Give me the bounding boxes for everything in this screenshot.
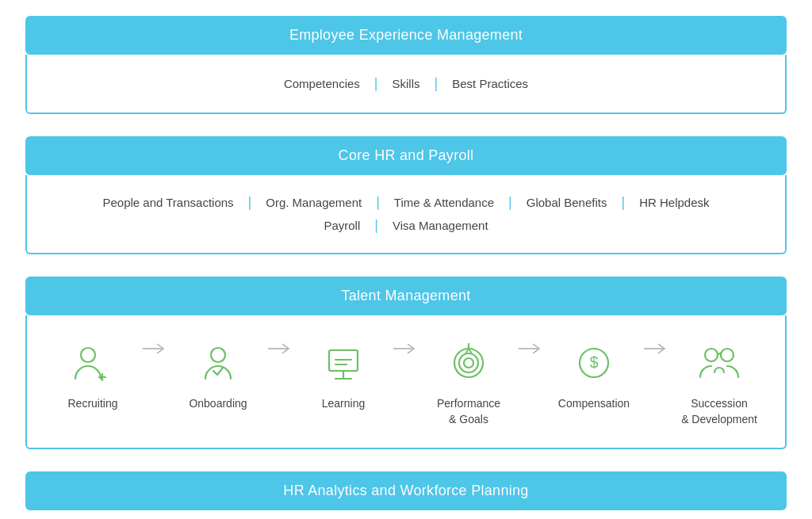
svg-point-20: [705, 349, 718, 361]
people-transactions-item: People and Transactions: [102, 196, 233, 209]
compensation-icon: $: [569, 338, 619, 388]
talent-item-learning: Learning: [293, 338, 393, 412]
separator-4: |: [376, 194, 380, 211]
succession-label: Succession& Development: [681, 396, 757, 427]
employee-experience-content: Competencies | Skills | Best Practices: [25, 55, 787, 114]
learning-icon: [318, 338, 369, 388]
best-practices-item: Best Practices: [452, 77, 528, 90]
separator-1: |: [374, 75, 378, 92]
recruiting-icon: [67, 338, 118, 388]
separator-5: |: [508, 194, 512, 211]
talent-management-header: Talent Management: [25, 277, 787, 315]
visa-management-item: Visa Management: [393, 219, 488, 232]
recruiting-label: Recruiting: [67, 396, 117, 412]
time-attendance-item: Time & Attendance: [394, 196, 494, 209]
payroll-item: Payroll: [324, 219, 360, 232]
talent-management-content: Recruiting Onboarding: [25, 315, 787, 449]
talent-item-succession: Succession& Development: [669, 338, 769, 427]
core-hr-row2: Payroll | Visa Management: [43, 214, 769, 239]
svg-point-0: [81, 348, 95, 362]
separator-2: |: [435, 75, 439, 92]
hr-analytics-header: HR Analytics and Workforce Planning: [25, 471, 787, 510]
global-benefits-item: Global Benefits: [527, 196, 607, 209]
hr-analytics-section: HR Analytics and Workforce Planning: [25, 471, 787, 519]
hr-helpdesk-item: HR Helpdesk: [639, 196, 709, 209]
learning-label: Learning: [322, 396, 366, 412]
svg-point-14: [464, 358, 473, 368]
separator-3: |: [248, 194, 252, 211]
arrow-3: [393, 338, 419, 380]
performance-label: Performance& Goals: [437, 396, 500, 427]
talent-item-onboarding: Onboarding: [168, 338, 268, 412]
talent-management-section: Talent Management Recruiting: [25, 277, 787, 460]
talent-icons-row: Recruiting Onboarding: [43, 330, 769, 433]
skills-item: Skills: [393, 77, 420, 90]
core-hr-header: Core HR and Payroll: [25, 136, 787, 175]
core-hr-section: Core HR and Payroll People and Transacti…: [25, 136, 787, 265]
employee-experience-header: Employee Experience Management: [25, 16, 787, 55]
arrow-4: [519, 338, 544, 380]
core-hr-content: People and Transactions | Org. Managemen…: [25, 175, 787, 254]
competencies-row: Competencies | Skills | Best Practices: [43, 69, 769, 98]
onboarding-label: Onboarding: [189, 396, 247, 412]
employee-experience-section: Employee Experience Management Competenc…: [25, 16, 787, 125]
onboarding-icon: [193, 338, 243, 388]
compensation-label: Compensation: [558, 396, 630, 412]
performance-icon: [443, 338, 494, 388]
talent-item-compensation: $ Compensation: [544, 338, 644, 412]
talent-item-recruiting: Recruiting: [43, 338, 143, 412]
svg-point-13: [459, 353, 478, 372]
arrow-1: [143, 338, 168, 380]
separator-6: |: [621, 194, 625, 211]
core-hr-row1: People and Transactions | Org. Managemen…: [43, 189, 769, 214]
main-diagram: Employee Experience Management Competenc…: [25, 16, 787, 519]
svg-point-4: [211, 348, 225, 362]
arrow-5: [644, 338, 669, 380]
svg-point-21: [721, 349, 733, 361]
competencies-item: Competencies: [284, 77, 360, 90]
talent-item-performance: Performance& Goals: [419, 338, 519, 427]
svg-text:$: $: [589, 353, 598, 371]
arrow-2: [268, 338, 293, 380]
org-management-item: Org. Management: [266, 196, 362, 209]
separator-7: |: [374, 217, 378, 234]
succession-icon: [694, 338, 745, 388]
